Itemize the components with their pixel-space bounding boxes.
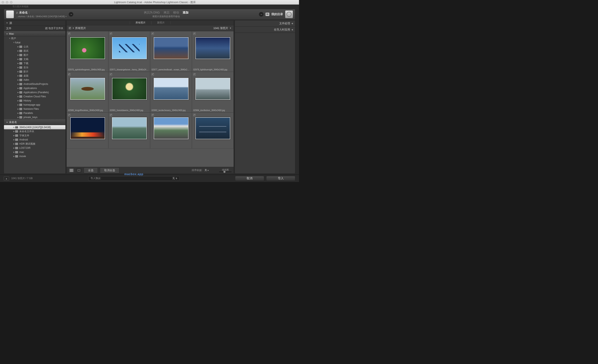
thumbnail-checkbox[interactable]	[110, 114, 112, 116]
thumbnail-image[interactable]	[195, 37, 230, 59]
thumbnail-image[interactable]	[154, 78, 189, 100]
loupe-view-button[interactable]	[76, 168, 82, 172]
thumbnail-checkbox[interactable]	[152, 73, 154, 75]
tree-item[interactable]: ▶Applications	[4, 86, 66, 90]
tree-item[interactable]: ▶LOST.DIR	[4, 146, 66, 150]
apply-during-import-header[interactable]: 在导入时应用◀	[235, 27, 295, 33]
thumbnail-cell[interactable]	[150, 113, 192, 149]
thumbnail-cell[interactable]: 02971_blueangelsove...henry_3840x2400.jp…	[108, 31, 150, 72]
thumbnail-cell[interactable]	[192, 113, 233, 149]
source-header[interactable]: ▼源	[4, 20, 66, 26]
thumbnail-grid-scroll[interactable]: 02970_apinkinthegreen_3840x2400.jpg02971…	[67, 31, 233, 167]
tab-dng[interactable]: 拷贝为 DNG	[144, 11, 160, 15]
dest-label[interactable]: 我的目录	[271, 12, 283, 16]
tab-add[interactable]: 添加	[183, 11, 189, 15]
thumbnail-cell[interactable]: 02984_durdledoor_3840x2400.jpg	[192, 72, 233, 113]
thumbnail-checkbox[interactable]	[68, 114, 70, 116]
tab-copy[interactable]: 拷贝	[164, 11, 169, 15]
dest-arrow-button[interactable]: →	[259, 12, 264, 16]
tree-group-mac[interactable]: ▼Mac	[4, 31, 66, 36]
thumbnail-cell[interactable]: 02977_awreckedboati...ocean_3840x2400.jp…	[150, 31, 192, 72]
thumbnail-checkbox[interactable]	[193, 32, 196, 35]
select-all-checkbox[interactable]	[69, 27, 71, 29]
tree-item[interactable]: ▶Adlm	[4, 78, 66, 82]
tree-item[interactable]: ▶mac	[4, 150, 66, 154]
tree-item[interactable]: ▶图片	[4, 53, 66, 57]
thumbnail-checkbox[interactable]	[193, 73, 196, 75]
tree-item[interactable]: ▶面试	[4, 49, 66, 53]
tree-item[interactable]: ▶未命名文件夹	[4, 129, 66, 133]
tree-item-user[interactable]: ▼用户	[4, 36, 66, 40]
thumbnail-image[interactable]	[70, 78, 105, 100]
thumbnail-image[interactable]	[154, 37, 189, 59]
close-window-button[interactable]	[2, 1, 4, 4]
thumbnail-checkbox[interactable]	[68, 32, 70, 35]
tree-item[interactable]: ▶History	[4, 98, 66, 103]
tree-item[interactable]: ▶音乐	[4, 65, 66, 70]
slider-handle-icon[interactable]	[224, 171, 225, 173]
tree-item[interactable]: ▶公共	[4, 45, 66, 49]
thumbnail-cell[interactable]	[67, 113, 108, 149]
source-arrow-button[interactable]: →	[69, 12, 73, 16]
cancel-button[interactable]: 取消	[235, 176, 264, 181]
tree-item[interactable]: ▶文稿	[4, 57, 66, 61]
minimize-window-button[interactable]	[6, 1, 8, 4]
thumbnail-checkbox[interactable]	[152, 114, 154, 116]
sort-dropdown[interactable]: 关 ▾	[205, 169, 209, 172]
left-panel: ▼源 文件 包含子文件夹 ▼Mac ▼用户 ▼fukai ▶公共▶面试▶图片▶文…	[4, 20, 66, 174]
tree-item[interactable]: ▶字体文件	[4, 133, 66, 138]
tab-all-photos[interactable]: 所有照片	[134, 21, 147, 24]
tree-item[interactable]: ▶homepage-app	[4, 103, 66, 107]
select-all-button[interactable]: 全选	[84, 168, 98, 173]
tab-new-photos[interactable]: 新照片	[156, 21, 166, 24]
thumbnail-cell[interactable]	[108, 113, 150, 149]
thumbnail-cell[interactable]: 02979_lightbluenight_3840x2400.jpg	[192, 31, 233, 72]
thumbnail-checkbox[interactable]	[152, 32, 154, 35]
thumbnail-image[interactable]	[112, 37, 147, 59]
chevron-down-icon[interactable]: ▼	[229, 27, 232, 29]
thumbnail-cell[interactable]: 02980_kingoftheskies_3840x2400.jpg	[67, 72, 108, 113]
tree-item[interactable]: ▶Android	[4, 138, 66, 142]
tree-item[interactable]: ▶下载	[4, 61, 66, 65]
tree-item[interactable]: ▶HDR 测试视频	[4, 142, 66, 146]
tree-item[interactable]: ▶AndroidStudioProjects	[4, 82, 66, 86]
tree-item-fukai[interactable]: ▼fukai	[4, 40, 66, 45]
grid-view-button[interactable]	[69, 168, 74, 172]
deselect-all-button[interactable]: 取消全选	[100, 168, 119, 173]
thumbnail-image[interactable]	[112, 117, 147, 139]
tree-item[interactable]: ▶3840x2400 [1041P][6.54GB]	[4, 125, 66, 129]
collapse-panel-button[interactable]: ▴	[4, 176, 9, 181]
tree-item[interactable]: ▶桌面	[4, 74, 66, 78]
tree-group-unnamed[interactable]: ▼未命名	[4, 119, 66, 125]
source-info[interactable]: 从未命名 : ...olumes / 未命名 / 3840x2400 [1041…	[16, 11, 67, 18]
file-handling-header[interactable]: 文件处理◀	[235, 20, 295, 27]
tree-item[interactable]: ▶Parallels	[4, 111, 66, 115]
include-subfolders-checkbox[interactable]: 包含子文件夹	[45, 27, 63, 30]
tree-item[interactable]: ▶private_keys	[4, 115, 66, 119]
thumbnail-cell[interactable]: 02970_apinkinthegreen_3840x2400.jpg	[67, 31, 108, 72]
thumbnail-image[interactable]	[112, 78, 147, 100]
tree-item[interactable]: ▶Nutstore Files	[4, 107, 66, 111]
thumbnail-image[interactable]	[70, 117, 105, 139]
tree-item[interactable]: ▶Applications (Parallels)	[4, 90, 66, 94]
import-preset-bar[interactable]: 导入预设: 无 ⇅	[88, 176, 180, 181]
thumbnail-cell[interactable]: 02982_lacdechesery_3840x2400.jpg	[150, 72, 192, 113]
thumbnail-checkbox[interactable]	[110, 73, 112, 75]
tree-item[interactable]: ▶影片	[4, 70, 66, 74]
thumbnail-image[interactable]	[195, 78, 230, 100]
thumbnail-image[interactable]	[195, 117, 230, 139]
thumbnail-cell[interactable]: 02981_forestdawniv_3840x2400.jpg	[108, 72, 150, 113]
thumbnail-checkbox[interactable]	[68, 73, 70, 75]
thumbnail-image[interactable]	[154, 117, 189, 139]
folder-icon	[15, 155, 18, 158]
zoom-window-button[interactable]	[10, 1, 12, 4]
thumbnail-image[interactable]	[70, 37, 105, 59]
tab-move[interactable]: 移动	[173, 11, 179, 15]
tree-item[interactable]: ▶Creative Cloud Files	[4, 94, 66, 98]
import-button[interactable]: 导入	[266, 176, 295, 181]
thumbnail-checkbox[interactable]	[193, 114, 196, 116]
thumb-size-control[interactable]: 缩览图	[219, 168, 232, 172]
tree-item[interactable]: ▶movie	[4, 154, 66, 158]
tree-item-label: History	[24, 99, 31, 102]
thumbnail-checkbox[interactable]	[110, 32, 112, 35]
